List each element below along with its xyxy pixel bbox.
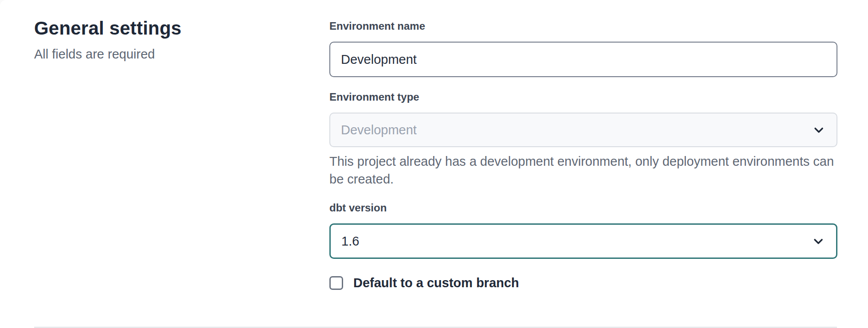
- dbt-version-value: 1.6: [341, 234, 359, 249]
- custom-branch-checkbox[interactable]: [329, 276, 343, 290]
- chevron-down-icon: [812, 123, 826, 137]
- custom-branch-label[interactable]: Default to a custom branch: [353, 276, 519, 290]
- page-title: General settings: [34, 18, 291, 39]
- environment-type-value: Development: [341, 123, 417, 137]
- custom-branch-row: Default to a custom branch: [329, 276, 837, 290]
- environment-type-label: Environment type: [329, 90, 837, 104]
- environment-name-input[interactable]: [329, 42, 837, 77]
- dbt-version-label: dbt version: [329, 201, 837, 215]
- general-settings-panel: General settings All fields are required…: [0, 0, 868, 328]
- dbt-version-select[interactable]: 1.6: [329, 223, 837, 259]
- environment-name-label: Environment name: [329, 20, 837, 33]
- environment-type-group: Environment type Development This projec…: [329, 90, 837, 188]
- environment-name-group: Environment name: [329, 20, 837, 77]
- settings-header: General settings All fields are required: [34, 18, 291, 62]
- page-subtitle: All fields are required: [34, 46, 291, 62]
- environment-type-select[interactable]: Development: [329, 113, 837, 147]
- dbt-version-group: dbt version 1.6: [329, 201, 837, 259]
- settings-form: Environment name Environment type Develo…: [329, 20, 837, 290]
- environment-type-helper: This project already has a development e…: [329, 152, 837, 188]
- chevron-down-icon: [811, 234, 825, 248]
